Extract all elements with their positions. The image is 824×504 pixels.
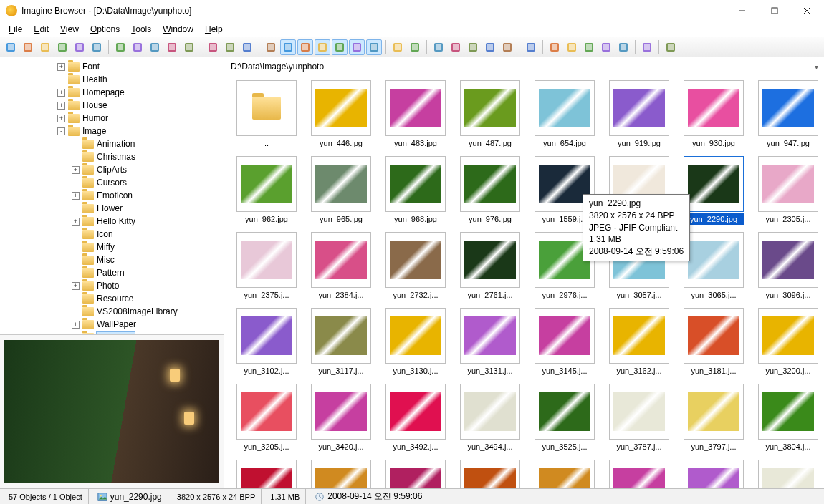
thumbnail-item[interactable]: yun_3420.j...: [307, 384, 375, 452]
thumbnails-area[interactable]: ..yun_446.jpgyun_483.jpgyun_487.jpgyun_6…: [224, 76, 824, 488]
thumbnail-item[interactable]: yun_3096.j...: [754, 232, 822, 301]
thumbnail-item[interactable]: yun_3525.j...: [531, 384, 598, 452]
thumbnail-item[interactable]: yun_968.jpg: [382, 156, 449, 225]
expand-icon[interactable]: +: [72, 218, 80, 226]
help-icon[interactable]: [663, 39, 679, 55]
expand-icon[interactable]: +: [57, 102, 65, 110]
thumbnail-item[interactable]: yun_3494.j...: [456, 384, 524, 452]
wrench-icon[interactable]: [523, 39, 539, 55]
tree-item-resource[interactable]: Resource: [0, 292, 224, 305]
menu-window[interactable]: Window: [157, 23, 199, 36]
refresh-green-icon[interactable]: [407, 39, 423, 55]
tool1-icon[interactable]: [547, 39, 562, 55]
copy-icon[interactable]: [130, 39, 145, 55]
thumbnail-item[interactable]: yun_947.jpg: [754, 80, 822, 149]
delete-icon[interactable]: [164, 39, 180, 55]
thumbnail-item[interactable]: yun_930.jpg: [680, 80, 747, 149]
tree-item-humor[interactable]: +Humor: [0, 112, 224, 125]
menu-view[interactable]: View: [54, 23, 85, 36]
thumbnail-item[interactable]: yun_3181.j...: [680, 308, 747, 377]
maximize-button[interactable]: [758, 1, 790, 21]
print-icon[interactable]: [54, 39, 70, 55]
thumbnail-item[interactable]: yun_3871.j...: [307, 460, 375, 488]
tree-item-animation[interactable]: Animation: [0, 137, 224, 150]
thumbnails-icon[interactable]: [280, 39, 296, 55]
thumbnail-item[interactable]: yun_3864.j...: [233, 460, 300, 488]
wizard-icon[interactable]: [147, 39, 163, 55]
tree-item-pattern[interactable]: Pattern: [0, 266, 224, 279]
expand-icon[interactable]: +: [72, 192, 80, 200]
paste-icon[interactable]: [239, 39, 255, 55]
tree-item-cliparts[interactable]: +ClipArts: [0, 163, 224, 176]
thumbnail-item[interactable]: yun_2305.j...: [754, 156, 822, 225]
view-details-icon[interactable]: [465, 39, 481, 55]
thumbnail-item[interactable]: yun_3117.j...: [307, 308, 375, 377]
timer-icon[interactable]: [297, 39, 313, 55]
thumbnail-item[interactable]: yun_3492.j...: [382, 384, 449, 452]
view-large-icon[interactable]: [431, 39, 446, 55]
view-small-icon[interactable]: [499, 39, 515, 55]
view-list-icon[interactable]: [448, 39, 464, 55]
path-bar[interactable]: D:\Data\Image\yunphoto ▾: [226, 59, 823, 74]
thumbnail-item[interactable]: yun_4201.j...: [680, 460, 747, 488]
tree-item-cursors[interactable]: Cursors: [0, 176, 224, 189]
thumbnail-item[interactable]: yun_3804.j...: [754, 384, 822, 452]
tree-item-flower[interactable]: Flower: [0, 202, 224, 215]
thumbnail-item[interactable]: yun_962.jpg: [233, 156, 300, 225]
expand-icon[interactable]: +: [57, 63, 65, 71]
tree-item-wallpaper[interactable]: +WallPaper: [0, 318, 224, 331]
copy-clip-icon[interactable]: [222, 39, 238, 55]
minimize-button[interactable]: [726, 1, 758, 21]
menu-file[interactable]: File: [3, 23, 28, 36]
view-tiles-icon[interactable]: [482, 39, 498, 55]
grid-icon[interactable]: [315, 39, 330, 55]
eye-icon[interactable]: [3, 39, 19, 55]
tree-item-hello-kitty[interactable]: +Hello Kitty: [0, 215, 224, 228]
open-folder-icon[interactable]: [37, 39, 53, 55]
menu-tools[interactable]: Tools: [125, 23, 157, 36]
thumbnail-item[interactable]: yun_2761.j...: [456, 232, 524, 301]
expand-icon[interactable]: +: [72, 166, 80, 174]
cut-icon[interactable]: [205, 39, 221, 55]
tree-item-font[interactable]: +Font: [0, 60, 224, 73]
thumbnail-item[interactable]: yun_654.jpg: [531, 80, 598, 149]
thumbnail-item[interactable]: yun_965.jpg: [307, 156, 375, 225]
info-icon[interactable]: [89, 39, 105, 55]
chevron-down-icon[interactable]: ▾: [815, 63, 818, 71]
camera-icon[interactable]: [112, 39, 128, 55]
expand-icon[interactable]: +: [72, 282, 80, 290]
tree-item-miffy[interactable]: Miffy: [0, 241, 224, 253]
expand-icon[interactable]: +: [57, 89, 65, 97]
thumbnail-item[interactable]: yun_919.jpg: [605, 80, 673, 149]
thumbnail-item[interactable]: yun_3200.j...: [754, 308, 822, 377]
list-icon[interactable]: [332, 39, 348, 55]
thumbnail-item[interactable]: yun_3162.j...: [605, 308, 673, 377]
expand-icon[interactable]: +: [57, 115, 65, 122]
thumbnail-item[interactable]: yun_3797.j...: [680, 384, 747, 452]
tiles-icon[interactable]: [366, 39, 382, 55]
printer-icon[interactable]: [72, 39, 87, 55]
thumbnail-item[interactable]: yun_4103.j...: [531, 460, 598, 488]
thumbnail-item[interactable]: yun_4037.j...: [456, 460, 524, 488]
window-new-icon[interactable]: [263, 39, 279, 55]
thumbnail-item[interactable]: yun_4200.j...: [605, 460, 673, 488]
thumbnail-item[interactable]: yun_3959.j...: [382, 460, 449, 488]
menu-options[interactable]: Options: [85, 23, 125, 36]
tree-item-christmas[interactable]: Christmas: [0, 150, 224, 163]
thumbnail-item[interactable]: yun_2732.j...: [382, 232, 449, 301]
tree-item-health[interactable]: Health: [0, 73, 224, 86]
thumbnail-item[interactable]: yun_3102.j...: [233, 308, 300, 377]
collapse-icon[interactable]: -: [57, 127, 65, 135]
details-icon[interactable]: [349, 39, 365, 55]
tree-item-homepage[interactable]: +Homepage: [0, 86, 224, 99]
thumbnail-item[interactable]: yun_976.jpg: [456, 156, 524, 225]
tree-item-icon[interactable]: Icon: [0, 228, 224, 241]
thumbnail-item[interactable]: yun_446.jpg: [307, 80, 375, 149]
thumbnail-item[interactable]: yun_3205.j...: [233, 384, 300, 452]
thumbnail-item[interactable]: yun_2290.jpg: [680, 156, 747, 225]
tree-item-image[interactable]: -Image: [0, 125, 224, 137]
thumbnail-item[interactable]: yun_487.jpg: [456, 80, 524, 149]
tool5-icon[interactable]: [615, 39, 631, 55]
tree-item-photo[interactable]: +Photo: [0, 279, 224, 292]
tree-item-vs2008imagelibrary[interactable]: VS2008ImageLibrary: [0, 305, 224, 318]
